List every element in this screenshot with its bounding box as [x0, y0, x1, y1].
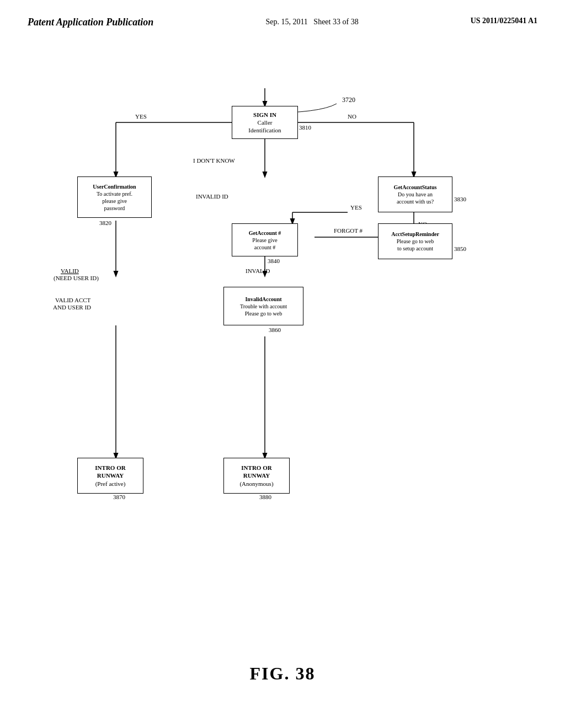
node-3860-line1: InvalidAccount: [240, 296, 287, 303]
node-3850-line3: to setup account: [391, 245, 439, 252]
publication-date: Sep. 15, 2011: [265, 18, 307, 26]
node-3850: AcctSetupReminder Please go to web to se…: [378, 223, 452, 259]
label-valid-acct2: AND USER ID: [53, 304, 91, 311]
node-3830-line2: Do you have an: [394, 191, 437, 198]
node-3840-line2: Please give: [249, 237, 281, 244]
label-yes-left: YES: [135, 113, 147, 120]
node-3880: INTRO OR RUNWAY (Anonymous): [223, 458, 290, 494]
ref-3860: 3860: [269, 326, 281, 333]
ref-3840: 3840: [268, 258, 280, 264]
node-3870-line1: INTRO OR: [95, 464, 125, 472]
label-3720: 3720: [342, 96, 355, 104]
node-3850-line1: AcctSetupReminder: [391, 231, 439, 238]
node-3850-line2: Please go to web: [391, 238, 439, 245]
label-valid-acct: VALID ACCT: [55, 297, 91, 303]
label-yes-mid: YES: [350, 204, 362, 211]
node-3870-line2: RUNWAY: [95, 472, 125, 479]
ref-3820: 3820: [99, 220, 111, 226]
node-3840: GetAccount # Please give account #: [232, 223, 298, 256]
diagram-svg: 3720 YES NO I DON'T KNOW INVALID ID YES …: [28, 72, 537, 596]
node-3880-line3: (Anonymous): [239, 480, 273, 488]
node-3820-line2: To activate pref.: [93, 190, 136, 197]
ref-3830: 3830: [454, 196, 466, 202]
figure-caption: FIG. 38: [0, 663, 565, 684]
sheet-info: Sheet 33 of 38: [313, 18, 358, 26]
node-3820-line1: UserConfirmation: [93, 183, 136, 190]
node-3860-line3: Please go to web: [240, 310, 287, 317]
label-valid-need-id2: (NEED USER ID): [54, 275, 99, 282]
node-3820-line4: password: [93, 205, 136, 212]
label-invalid-id: INVALID ID: [196, 193, 228, 200]
node-3840-line3: account #: [249, 244, 281, 251]
diagram-area: 3720 YES NO I DON'T KNOW INVALID ID YES …: [28, 72, 537, 596]
node-3870-line3: (Pref active): [95, 480, 125, 488]
node-3810-line1: SIGN IN: [248, 111, 281, 119]
ref-3880: 3880: [259, 494, 271, 500]
node-3820: UserConfirmation To activate pref. pleas…: [77, 176, 152, 218]
node-3810-line2: Caller: [248, 119, 281, 126]
publication-title: Patent Application Publication: [28, 17, 153, 28]
label-valid-need-id: VALID: [61, 267, 79, 274]
node-3840-line1: GetAccount #: [249, 229, 281, 237]
ref-3870: 3870: [113, 494, 125, 500]
node-3880-line2: RUNWAY: [239, 472, 273, 479]
node-3860: InvalidAccount Trouble with account Plea…: [223, 287, 303, 325]
publication-number: US 2011/0225041 A1: [471, 17, 537, 25]
node-3880-line1: INTRO OR: [239, 464, 273, 472]
node-3830-line3: account with us?: [394, 198, 437, 205]
node-3830-line1: GetAccountStatus: [394, 184, 437, 191]
node-3870: INTRO OR RUNWAY (Pref active): [77, 458, 143, 494]
page-header: Patent Application Publication Sep. 15, …: [0, 0, 565, 28]
node-3830: GetAccountStatus Do you have an account …: [378, 176, 452, 212]
ref-3850: 3850: [454, 245, 466, 252]
node-3860-line2: Trouble with account: [240, 303, 287, 310]
label-invalid-low: INVALID: [246, 267, 270, 274]
label-no-right: NO: [348, 113, 356, 120]
node-3810: SIGN IN Caller Identification: [232, 106, 298, 139]
label-forgot: FORGOT #: [334, 227, 363, 234]
label-idk: I DON'T KNOW: [193, 157, 235, 164]
node-3810-line3: Identification: [248, 126, 281, 134]
publication-meta: Sep. 15, 2011 Sheet 33 of 38: [265, 17, 358, 28]
ref-3810: 3810: [299, 124, 311, 131]
node-3820-line3: please give: [93, 197, 136, 205]
